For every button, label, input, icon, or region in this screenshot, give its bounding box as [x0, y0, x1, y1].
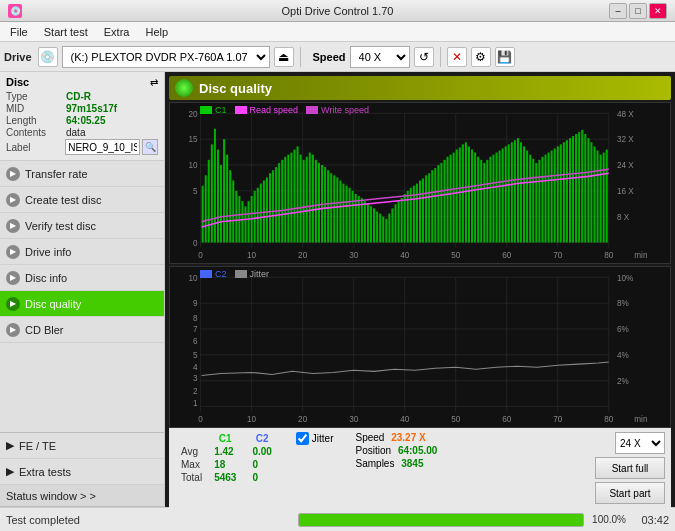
- sidebar-item-verify-test-disc[interactable]: ▶ Verify test disc: [0, 213, 164, 239]
- save-icon[interactable]: 💾: [495, 47, 515, 67]
- speed-select[interactable]: 40 X: [350, 46, 410, 68]
- sidebar-item-transfer-rate[interactable]: ▶ Transfer rate: [0, 161, 164, 187]
- jitter-checkbox-area: Jitter: [296, 432, 334, 445]
- svg-text:40: 40: [400, 415, 410, 424]
- drive-select[interactable]: (K:) PLEXTOR DVDR PX-760A 1.07: [62, 46, 270, 68]
- svg-rect-64: [352, 191, 354, 243]
- jitter-checkbox[interactable]: [296, 432, 309, 445]
- svg-text:16 X: 16 X: [617, 187, 634, 196]
- menu-extra[interactable]: Extra: [98, 24, 136, 40]
- svg-rect-127: [544, 155, 546, 243]
- svg-text:10: 10: [188, 275, 198, 284]
- window-controls: – □ ✕: [609, 3, 667, 19]
- svg-text:0: 0: [198, 415, 203, 424]
- svg-rect-24: [229, 170, 231, 242]
- svg-rect-59: [336, 177, 338, 242]
- status-window-label: Status window > >: [6, 490, 96, 502]
- maximize-button[interactable]: □: [629, 3, 647, 19]
- start-full-button[interactable]: Start full: [595, 457, 665, 479]
- extra-tests-icon: ▶: [6, 465, 14, 478]
- svg-rect-28: [241, 201, 243, 242]
- start-part-button[interactable]: Start part: [595, 482, 665, 504]
- svg-rect-37: [269, 173, 271, 242]
- svg-text:6: 6: [193, 338, 198, 347]
- svg-rect-86: [419, 180, 421, 242]
- menu-help[interactable]: Help: [139, 24, 174, 40]
- svg-rect-58: [333, 175, 335, 242]
- svg-rect-79: [398, 201, 400, 242]
- lower-chart: C2 Jitter: [169, 266, 671, 428]
- sidebar-item-extra-tests[interactable]: ▶ Extra tests: [0, 459, 164, 485]
- speed-stat-label: Speed: [356, 432, 385, 443]
- disc-quality-icon: ▶: [6, 297, 20, 311]
- erase-icon[interactable]: ✕: [447, 47, 467, 67]
- close-button[interactable]: ✕: [649, 3, 667, 19]
- svg-rect-75: [385, 219, 387, 243]
- svg-rect-73: [379, 214, 381, 243]
- c1-color: [200, 106, 212, 114]
- svg-rect-123: [532, 159, 534, 243]
- svg-text:30: 30: [349, 251, 359, 260]
- svg-rect-53: [318, 163, 320, 243]
- avg-c2: 0.00: [242, 445, 277, 458]
- svg-rect-69: [367, 203, 369, 242]
- svg-rect-136: [572, 136, 574, 242]
- disc-label-input[interactable]: [65, 139, 140, 155]
- sidebar: Disc ⇄ Type CD-R MID 97m15s17f Length 64…: [0, 72, 165, 507]
- svg-rect-56: [327, 170, 329, 242]
- svg-text:70: 70: [553, 251, 563, 260]
- svg-text:80: 80: [604, 251, 614, 260]
- svg-text:20: 20: [298, 415, 308, 424]
- svg-rect-26: [235, 191, 237, 243]
- svg-text:60: 60: [502, 415, 512, 424]
- content-area: Disc quality C1 Read speed: [165, 72, 675, 507]
- svg-rect-146: [603, 153, 605, 243]
- svg-rect-82: [407, 191, 409, 243]
- svg-rect-133: [563, 142, 565, 242]
- svg-text:32 X: 32 X: [617, 135, 634, 144]
- toolbar-separator-2: [440, 47, 441, 67]
- c2-legend: C2: [200, 269, 227, 279]
- svg-text:5: 5: [193, 187, 198, 196]
- lower-chart-svg: 10 9 8 7 6 5 4 3 2 1 10% 8% 6% 4% 2%: [170, 267, 670, 427]
- speed-stat-value: 23.27 X: [391, 432, 425, 443]
- stats-table: C1 C2 Avg 1.42 0.00 Max 18 0 Total: [175, 432, 278, 484]
- minimize-button[interactable]: –: [609, 3, 627, 19]
- svg-rect-113: [502, 148, 504, 242]
- create-disc-label: Create test disc: [25, 194, 101, 206]
- svg-text:20: 20: [188, 110, 198, 119]
- total-c2: 0: [242, 471, 277, 484]
- disc-quality-section-icon: [175, 79, 193, 97]
- avg-c1: 1.42: [208, 445, 242, 458]
- nav-items: ▶ Transfer rate ▶ Create test disc ▶ Ver…: [0, 161, 164, 432]
- sidebar-item-disc-quality[interactable]: ▶ Disc quality: [0, 291, 164, 317]
- c1-header: C1: [208, 432, 242, 445]
- svg-text:10%: 10%: [617, 275, 633, 284]
- menu-file[interactable]: File: [4, 24, 34, 40]
- test-speed-select[interactable]: 24 X: [615, 432, 665, 454]
- svg-text:80: 80: [604, 415, 614, 424]
- sidebar-item-create-test-disc[interactable]: ▶ Create test disc: [0, 187, 164, 213]
- settings-icon[interactable]: ⚙: [471, 47, 491, 67]
- c2-legend-label: C2: [215, 269, 227, 279]
- eject-icon[interactable]: ⏏: [274, 47, 294, 67]
- progress-bar-container: [298, 513, 584, 527]
- svg-rect-124: [535, 163, 537, 243]
- position-value: 64:05.00: [398, 445, 437, 456]
- sidebar-item-fe-te[interactable]: ▶ FE / TE: [0, 433, 164, 459]
- svg-rect-126: [541, 157, 543, 243]
- svg-rect-36: [266, 177, 268, 242]
- c2-color: [200, 270, 212, 278]
- disc-arrow-icon[interactable]: ⇄: [150, 77, 158, 88]
- disc-label-icon[interactable]: 🔍: [142, 139, 158, 155]
- menu-start-test[interactable]: Start test: [38, 24, 94, 40]
- upper-chart-svg: 20 15 10 5 0 48 X 32 X 24 X 16 X 8 X 0 1…: [170, 103, 670, 263]
- sidebar-item-status-window[interactable]: Status window > >: [0, 485, 164, 507]
- sidebar-item-cd-bler[interactable]: ▶ CD Bler: [0, 317, 164, 343]
- title-bar-left: 💿: [8, 4, 22, 18]
- sidebar-item-drive-info[interactable]: ▶ Drive info: [0, 239, 164, 265]
- refresh-icon[interactable]: ↺: [414, 47, 434, 67]
- contents-label: Contents: [6, 127, 66, 138]
- sidebar-item-disc-info[interactable]: ▶ Disc info: [0, 265, 164, 291]
- svg-text:8: 8: [193, 314, 198, 323]
